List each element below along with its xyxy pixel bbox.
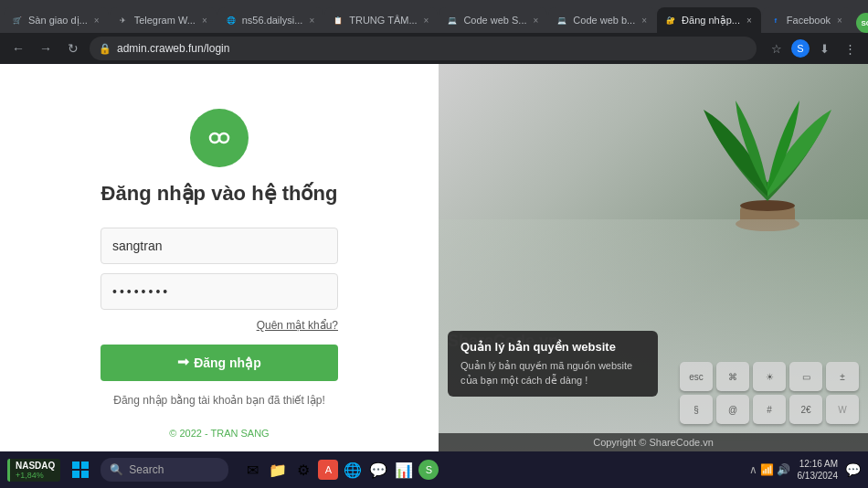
svg-rect-6 [81, 461, 89, 469]
tab-label-7: Đăng nhập... [682, 15, 740, 27]
tab-close-2[interactable]: × [200, 14, 209, 27]
logo-icon [205, 123, 234, 153]
start-button[interactable] [68, 457, 93, 483]
tab-1[interactable]: 🛒 Sàn giao dị... × [4, 7, 109, 33]
url-text: admin.craweb.fun/login [117, 42, 229, 55]
back-button[interactable]: ← [7, 37, 29, 59]
tab-close-7[interactable]: × [745, 14, 754, 27]
tab-close-6[interactable]: × [640, 14, 649, 27]
tooltip-title: Quản lý bản quyền website [460, 340, 645, 354]
svg-rect-7 [72, 471, 79, 478]
tab-favicon-3: 🌐 [225, 14, 238, 27]
svg-point-0 [210, 133, 219, 143]
tab-close-4[interactable]: × [422, 14, 431, 27]
taskbar-icon-app5[interactable]: S [418, 460, 439, 480]
tooltip-popup: Quản lý bản quyền website Quản lý bản qu… [448, 331, 658, 397]
tab-favicon-7: 🔐 [664, 14, 677, 27]
forward-button[interactable]: → [35, 37, 57, 59]
tab-label-1: Sàn giao dị... [28, 15, 88, 27]
browser-chrome: 🛒 Sàn giao dị... × ✈ Telegram W... × 🌐 n… [0, 0, 868, 64]
tab-favicon-2: ✈ [117, 14, 130, 27]
tab-4[interactable]: 📋 TRUNG TÂM... × [324, 7, 438, 33]
login-form: Quên mật khẩu? ⮕ Đăng nhập [101, 228, 338, 381]
tab-favicon-6: 💻 [556, 14, 568, 27]
tab-3[interactable]: 🌐 ns56.dailysi... × [217, 7, 324, 33]
tab-label-2: Telegram W... [134, 15, 196, 26]
tab-close-3[interactable]: × [307, 14, 316, 27]
tab-favicon-8: f [769, 14, 782, 27]
taskbar-icon-app4[interactable]: 📊 [393, 459, 415, 481]
tab-8[interactable]: f Facebook × [762, 7, 852, 33]
tab-5[interactable]: 💻 Code web S... × [439, 7, 547, 33]
taskbar-left: NASDAQ +1,84% 🔍 Search ✉ 📁 ⚙ A 🌐 💬 📊 [7, 457, 444, 483]
chevron-up-icon[interactable]: ∧ [749, 463, 757, 476]
taskbar-search[interactable]: 🔍 Search [101, 458, 228, 482]
wifi-icon: 📶 [760, 463, 774, 476]
browser-actions: ☆ S ⬇ ⋮ [766, 37, 861, 59]
sharecode-icon: SC [856, 13, 868, 33]
search-text: Search [129, 463, 164, 476]
tab-close-8[interactable]: × [835, 14, 844, 27]
url-bar[interactable]: 🔒 admin.craweb.fun/login [90, 37, 757, 60]
date-display: 6/13/2024 [798, 470, 839, 482]
stock-ticker: NASDAQ +1,84% [7, 459, 60, 482]
footer-text: © 2022 - TRAN SANG [169, 428, 269, 439]
copyright-text: Copyright © ShareCode.vn [593, 437, 714, 448]
reload-button[interactable]: ↻ [62, 37, 84, 59]
tooltip-description: Quản lý bản quyền mã nguồn website của b… [460, 359, 645, 387]
copyright-bar: Copyright © ShareCode.vn [439, 433, 868, 451]
login-panel: Đăng nhập vào hệ thống Quên mật khẩu? ⮕ … [0, 64, 439, 451]
login-subtitle: Đăng nhập bằng tài khoản bạn đã thiết lậ… [113, 394, 324, 407]
svg-rect-8 [81, 471, 89, 478]
tab-label-5: Code web S... [463, 15, 526, 26]
taskbar-icons: ✉ 📁 ⚙ A 🌐 💬 📊 S [241, 459, 439, 481]
lock-icon: 🔒 [99, 43, 111, 55]
sharecode-logo: SC [856, 13, 868, 33]
tab-close-1[interactable]: × [92, 14, 101, 27]
tab-label-4: TRUNG TÂM... [349, 15, 417, 26]
tab-7-active[interactable]: 🔐 Đăng nhập... × [657, 7, 761, 33]
tab-label-6: Code web b... [573, 15, 635, 26]
stock-name: NASDAQ [16, 461, 55, 471]
tab-bar: 🛒 Sàn giao dị... × ✈ Telegram W... × 🌐 n… [0, 0, 868, 33]
username-input[interactable] [101, 228, 338, 264]
address-bar: ← → ↻ 🔒 admin.craweb.fun/login ☆ S ⬇ ⋮ [0, 33, 868, 64]
profile-icon[interactable]: S [791, 39, 810, 58]
logo-circle [190, 109, 249, 167]
tab-close-5[interactable]: × [532, 14, 541, 27]
windows-icon [72, 461, 89, 478]
notification-icon[interactable]: 💬 [845, 462, 861, 477]
tab-favicon-1: 🛒 [11, 14, 24, 27]
stock-change: +1,84% [16, 471, 44, 480]
tab-2[interactable]: ✈ Telegram W... × [110, 7, 217, 33]
tab-label-8: Facebook [787, 15, 831, 26]
svg-point-1 [219, 133, 228, 143]
login-button[interactable]: ⮕ Đăng nhập [101, 345, 338, 381]
taskbar-icon-app3[interactable]: 💬 [367, 459, 389, 481]
password-input[interactable] [101, 273, 338, 310]
settings-icon[interactable]: ⋮ [839, 37, 861, 59]
taskbar-icon-folder[interactable]: 📁 [267, 459, 289, 481]
taskbar-icon-settings[interactable]: ⚙ [292, 459, 314, 481]
tab-favicon-5: 💻 [446, 14, 459, 27]
image-panel: esc ⌘ ☀ ▭ ± § @ # 2€ W ShareCode.vn Quản… [439, 64, 868, 451]
plant-decoration [685, 64, 850, 238]
system-icons: ∧ 📶 🔊 [749, 463, 790, 476]
taskbar: NASDAQ +1,84% 🔍 Search ✉ 📁 ⚙ A 🌐 💬 📊 [0, 451, 868, 488]
bookmark-icon[interactable]: ☆ [766, 37, 788, 59]
keyboard-keys: esc ⌘ ☀ ▭ ± § @ # 2€ W [680, 362, 859, 424]
taskbar-icon-app2[interactable]: 🌐 [342, 459, 364, 481]
clock: 12:16 AM 6/13/2024 [798, 458, 839, 482]
search-icon: 🔍 [110, 463, 123, 476]
taskbar-icon-mail[interactable]: ✉ [241, 459, 263, 481]
svg-rect-5 [72, 461, 79, 469]
forgot-password-link[interactable]: Quên mật khẩu? [101, 319, 338, 332]
login-title: Đăng nhập vào hệ thống [101, 182, 338, 206]
tab-6[interactable]: 💻 Code web b... × [548, 7, 656, 33]
download-icon[interactable]: ⬇ [813, 37, 835, 59]
page-content: Đăng nhập vào hệ thống Quên mật khẩu? ⮕ … [0, 64, 868, 451]
volume-icon: 🔊 [777, 463, 790, 476]
taskbar-icon-app1[interactable]: A [318, 460, 338, 480]
svg-point-4 [740, 200, 795, 211]
taskbar-right: ∧ 📶 🔊 12:16 AM 6/13/2024 💬 [749, 458, 862, 482]
